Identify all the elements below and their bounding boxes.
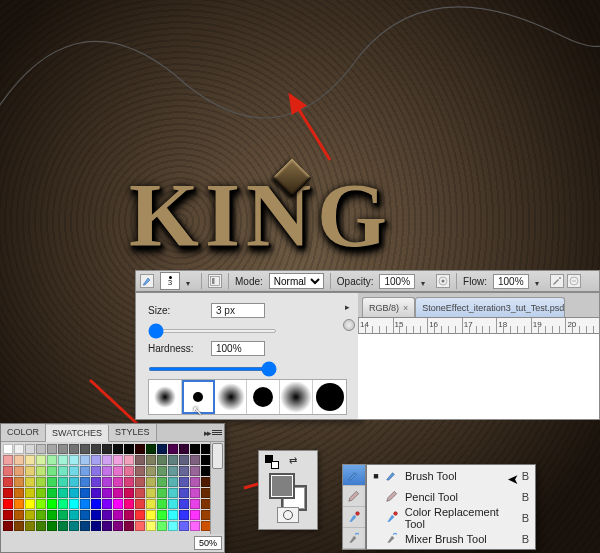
- swatch-94[interactable]: [157, 488, 167, 498]
- swatch-143[interactable]: [36, 521, 46, 531]
- brush-preset-picker[interactable]: 3: [160, 272, 180, 290]
- swatch-103[interactable]: [36, 499, 46, 509]
- swatch-105[interactable]: [58, 499, 68, 509]
- swatch-43[interactable]: [36, 466, 46, 476]
- swatch-121[interactable]: [14, 510, 24, 520]
- swatch-61[interactable]: [14, 477, 24, 487]
- swatch-116[interactable]: [179, 499, 189, 509]
- swatch-127[interactable]: [80, 510, 90, 520]
- brush-preset-5[interactable]: [313, 380, 346, 414]
- swatch-23[interactable]: [36, 455, 46, 465]
- swatch-147[interactable]: [80, 521, 90, 531]
- swatch-69[interactable]: [102, 477, 112, 487]
- swatch-107[interactable]: [80, 499, 90, 509]
- swatch-91[interactable]: [124, 488, 134, 498]
- swatch-48[interactable]: [91, 466, 101, 476]
- swatch-140[interactable]: [3, 521, 13, 531]
- swatch-71[interactable]: [124, 477, 134, 487]
- swatch-36[interactable]: [179, 455, 189, 465]
- swatch-27[interactable]: [80, 455, 90, 465]
- swatch-20[interactable]: [3, 455, 13, 465]
- swatch-51[interactable]: [124, 466, 134, 476]
- swatch-114[interactable]: [157, 499, 167, 509]
- swatch-41[interactable]: [14, 466, 24, 476]
- tool-menu-item-pencil[interactable]: Pencil ToolB: [367, 486, 535, 507]
- swatch-1[interactable]: [14, 444, 24, 454]
- swatch-101[interactable]: [14, 499, 24, 509]
- swatch-85[interactable]: [58, 488, 68, 498]
- collapse-panel-icon[interactable]: ▸▸: [204, 428, 210, 438]
- swatch-76[interactable]: [179, 477, 189, 487]
- swatch-31[interactable]: [124, 455, 134, 465]
- close-tab-icon[interactable]: ×: [403, 303, 408, 313]
- swatch-72[interactable]: [135, 477, 145, 487]
- swatch-113[interactable]: [146, 499, 156, 509]
- swatch-152[interactable]: [135, 521, 145, 531]
- swatch-45[interactable]: [58, 466, 68, 476]
- swatch-126[interactable]: [69, 510, 79, 520]
- swatch-70[interactable]: [113, 477, 123, 487]
- brush-preset-2[interactable]: [215, 380, 248, 414]
- swatch-129[interactable]: [102, 510, 112, 520]
- swatch-151[interactable]: [124, 521, 134, 531]
- hardness-field[interactable]: 100%: [211, 341, 265, 356]
- swatch-55[interactable]: [168, 466, 178, 476]
- blend-mode-select[interactable]: Normal: [269, 273, 324, 289]
- tablet-pressure-size-icon[interactable]: [567, 274, 581, 288]
- swatch-67[interactable]: [80, 477, 90, 487]
- tab-styles[interactable]: STYLES: [109, 424, 157, 441]
- tool-brush-button[interactable]: [343, 465, 365, 486]
- swatch-124[interactable]: [47, 510, 57, 520]
- tool-menu-item-color-replace[interactable]: Color Replacement ToolB: [367, 507, 535, 528]
- swatch-128[interactable]: [91, 510, 101, 520]
- popup-flyout-arrow-icon[interactable]: [345, 301, 355, 311]
- size-slider[interactable]: [148, 329, 277, 333]
- swatch-37[interactable]: [190, 455, 200, 465]
- document-tab-1[interactable]: StoneEffect_iteration3_tut_Test.psd @ 10…: [415, 297, 565, 317]
- swatch-155[interactable]: [168, 521, 178, 531]
- swatch-7[interactable]: [80, 444, 90, 454]
- swatch-92[interactable]: [135, 488, 145, 498]
- swatch-16[interactable]: [179, 444, 189, 454]
- swatch-89[interactable]: [102, 488, 112, 498]
- swatch-42[interactable]: [25, 466, 35, 476]
- swatch-88[interactable]: [91, 488, 101, 498]
- swatch-52[interactable]: [135, 466, 145, 476]
- brush-preset-4[interactable]: [280, 380, 313, 414]
- swatch-9[interactable]: [102, 444, 112, 454]
- swatch-102[interactable]: [25, 499, 35, 509]
- tool-menu-item-brush[interactable]: ■Brush ToolB: [367, 465, 535, 486]
- swatch-93[interactable]: [146, 488, 156, 498]
- swatch-49[interactable]: [102, 466, 112, 476]
- tab-swatches[interactable]: SWATCHES: [46, 425, 109, 442]
- swatch-30[interactable]: [113, 455, 123, 465]
- swatch-60[interactable]: [3, 477, 13, 487]
- swatch-86[interactable]: [69, 488, 79, 498]
- panel-menu-icon[interactable]: [212, 430, 222, 435]
- swatch-50[interactable]: [113, 466, 123, 476]
- swatch-144[interactable]: [47, 521, 57, 531]
- swatch-104[interactable]: [47, 499, 57, 509]
- swatch-90[interactable]: [113, 488, 123, 498]
- swatch-123[interactable]: [36, 510, 46, 520]
- hardness-slider[interactable]: [148, 367, 277, 371]
- swatch-108[interactable]: [91, 499, 101, 509]
- swatch-131[interactable]: [124, 510, 134, 520]
- swatch-46[interactable]: [69, 466, 79, 476]
- swatches-scrollbar[interactable]: [210, 442, 224, 534]
- swatch-146[interactable]: [69, 521, 79, 531]
- swatch-156[interactable]: [179, 521, 189, 531]
- second-document-canvas[interactable]: [358, 334, 600, 420]
- brush-panel-toggle[interactable]: [208, 274, 222, 288]
- swatch-148[interactable]: [91, 521, 101, 531]
- swatch-77[interactable]: [190, 477, 200, 487]
- swatch-8[interactable]: [91, 444, 101, 454]
- flow-field[interactable]: 100%: [493, 274, 529, 289]
- swatch-21[interactable]: [14, 455, 24, 465]
- swatch-132[interactable]: [135, 510, 145, 520]
- swatch-80[interactable]: [3, 488, 13, 498]
- swatch-24[interactable]: [47, 455, 57, 465]
- swatch-44[interactable]: [47, 466, 57, 476]
- swatch-110[interactable]: [113, 499, 123, 509]
- brush-preset-0[interactable]: [149, 380, 182, 414]
